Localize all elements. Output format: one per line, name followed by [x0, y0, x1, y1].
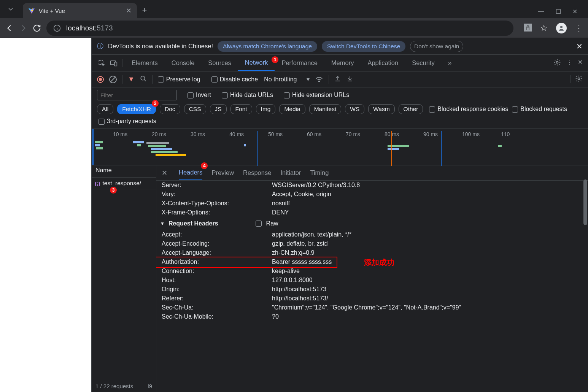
throttling-select[interactable]: No throttling▾ [264, 76, 310, 83]
search-icon[interactable] [140, 75, 147, 84]
settings-icon[interactable] [553, 59, 561, 68]
disable-cache-checkbox[interactable]: Disable cache [211, 76, 258, 83]
chip-manifest[interactable]: Manifest [309, 104, 342, 114]
filter-row: Invert Hide data URLs Hide extension URL… [92, 87, 588, 103]
blocked-cookies-checkbox[interactable]: Blocked response cookies [429, 106, 508, 113]
bookmark-icon[interactable]: ☆ [540, 23, 548, 33]
omnibox[interactable]: localhost:5173 [46, 21, 513, 36]
vite-icon [28, 7, 35, 14]
network-conditions-icon[interactable] [315, 75, 323, 84]
detail-tab-headers[interactable]: Headers4 [179, 165, 202, 180]
maximize-icon[interactable]: ☐ [556, 8, 561, 15]
request-list-footer: 1 / 22 requestsl9 [92, 380, 156, 392]
chip-font[interactable]: Font [230, 104, 252, 114]
tab-console[interactable]: Console [165, 55, 202, 71]
inspect-icon[interactable] [95, 60, 108, 67]
browser-tab[interactable]: Vite + Vue ✕ [23, 3, 137, 18]
chip-all[interactable]: All [97, 104, 113, 114]
chip-fetch-xhr[interactable]: Fetch/XHR2 [117, 104, 156, 114]
close-tab-icon[interactable]: ✕ [126, 6, 132, 15]
header-row: Accept:application/json, text/plain, */* [156, 230, 588, 239]
svg-point-8 [141, 76, 145, 80]
svg-point-7 [556, 61, 558, 63]
new-tab-button[interactable]: + [137, 5, 152, 18]
svg-line-9 [144, 79, 146, 81]
tab-application[interactable]: Application [361, 55, 405, 71]
site-info-icon[interactable] [53, 24, 61, 32]
header-row: Referer:http://localhost:5173/ [156, 294, 588, 303]
network-timeline[interactable]: 10 ms 20 ms 30 ms 40 ms 50 ms 60 ms 70 m… [92, 129, 588, 165]
svg-rect-6 [114, 62, 117, 66]
clear-button[interactable] [109, 76, 117, 83]
chip-wasm[interactable]: Wasm [368, 104, 394, 114]
chip-media[interactable]: Media [279, 104, 305, 114]
close-detail-icon[interactable]: ✕ [162, 169, 167, 177]
back-button[interactable] [5, 24, 14, 32]
scrollbar[interactable] [583, 179, 587, 225]
tab-search-button[interactable] [0, 0, 21, 18]
hide-data-urls-checkbox[interactable]: Hide data URLs [222, 92, 273, 98]
hide-ext-urls-checkbox[interactable]: Hide extension URLs [284, 92, 349, 98]
forward-button[interactable] [19, 24, 27, 32]
timeline-bars [92, 141, 588, 164]
device-toggle-icon[interactable] [108, 60, 120, 67]
upload-har-icon[interactable] [334, 75, 341, 84]
tab-sources[interactable]: Sources [201, 55, 238, 71]
detail-tab-initiator[interactable]: Initiator [280, 165, 301, 180]
chip-js[interactable]: JS [210, 104, 227, 114]
kebab-icon[interactable]: ⋮ [566, 59, 572, 68]
tab-memory[interactable]: Memory [324, 55, 361, 71]
annotation-badge-3: 3 [110, 187, 117, 194]
chip-ws[interactable]: WS [345, 104, 364, 114]
header-row: Accept-Encoding:gzip, deflate, br, zstd [156, 239, 588, 248]
match-language-button[interactable]: Always match Chrome's language [218, 41, 317, 52]
preserve-log-checkbox[interactable]: Preserve log [158, 76, 200, 83]
profile-avatar[interactable] [556, 23, 567, 33]
detail-tab-response[interactable]: Response [243, 165, 271, 180]
header-row: Server:WSGIServer/0.2 CPython/3.10.8 [156, 181, 588, 190]
translate-icon[interactable]: 🅰 [524, 24, 532, 32]
devtools-infobar: ⓘ DevTools is now available in Chinese! … [92, 38, 588, 55]
detail-tab-preview[interactable]: Preview [211, 165, 234, 180]
blocked-requests-checkbox[interactable]: Blocked requests [512, 106, 567, 113]
close-window-icon[interactable]: ✕ [572, 8, 577, 15]
request-name: test_response/ [102, 180, 141, 187]
raw-checkbox[interactable]: Raw [256, 220, 278, 227]
request-detail: ✕ Headers4 Preview Response Initiator Ti… [156, 165, 588, 392]
minimize-icon[interactable]: — [538, 8, 544, 15]
network-toolbar: ▼ Preserve log Disable cache No throttli… [92, 71, 588, 87]
infobar-message: DevTools is now available in Chinese! [108, 43, 213, 50]
header-row: Accept-Language:zh-CN,zh;q=0.9 [156, 248, 588, 257]
more-tabs-icon[interactable]: » [444, 59, 456, 67]
address-bar: localhost:5173 🅰 ☆ ⋮ [0, 18, 588, 38]
request-item[interactable]: {;} test_response/ 3 [92, 178, 156, 189]
switch-chinese-button[interactable]: Switch DevTools to Chinese [322, 41, 405, 52]
network-settings-icon[interactable] [575, 75, 583, 84]
tab-network[interactable]: Network1 [238, 55, 275, 71]
annotation-badge-2: 2 [152, 100, 159, 107]
dont-show-again-button[interactable]: Don't show again [410, 41, 463, 52]
reload-button[interactable] [33, 24, 41, 32]
record-button[interactable] [97, 76, 104, 83]
detail-tab-timing[interactable]: Timing [310, 165, 329, 180]
tab-security[interactable]: Security [405, 55, 442, 71]
url-text: localhost:5173 [66, 24, 113, 32]
tab-elements[interactable]: Elements [125, 55, 165, 71]
invert-checkbox[interactable]: Invert [188, 92, 211, 98]
filter-toggle-icon[interactable]: ▼ [128, 75, 135, 83]
filter-input[interactable] [97, 90, 177, 100]
chip-img[interactable]: Img [256, 104, 276, 114]
tab-performance[interactable]: Performance [275, 55, 324, 71]
kebab-menu-icon[interactable]: ⋮ [575, 24, 583, 33]
browser-titlebar: Vite + Vue ✕ + — ☐ ✕ [0, 0, 588, 18]
devtools-close-icon[interactable]: ✕ [578, 59, 583, 68]
chip-doc[interactable]: Doc [160, 104, 180, 114]
request-headers-section[interactable]: ▼ Request Headers Raw [156, 217, 588, 230]
infobar-close-icon[interactable]: ✕ [576, 42, 583, 51]
chip-other[interactable]: Other [399, 104, 423, 114]
header-row: Sec-Ch-Ua:"Chromium";v="124", "Google Ch… [156, 303, 588, 312]
download-har-icon[interactable] [346, 75, 353, 84]
third-party-checkbox[interactable]: 3rd-party requests [99, 118, 156, 125]
chip-css[interactable]: CSS [184, 104, 206, 114]
request-list-header[interactable]: Name [92, 165, 156, 178]
